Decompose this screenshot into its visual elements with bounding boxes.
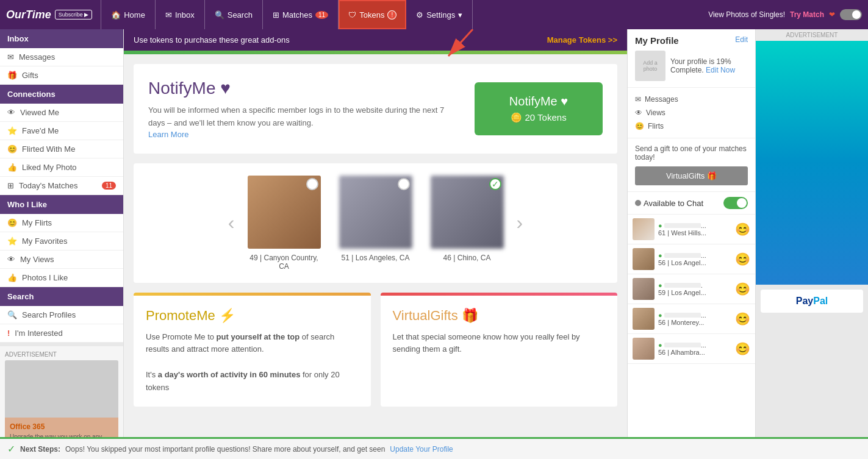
sidebar-gifts-label: Gifts xyxy=(22,71,38,80)
profile-card-2: 51 | Los Angeles, CA xyxy=(336,176,415,271)
notify-me-btn-tokens: 🪙 20 Tokens xyxy=(511,112,566,123)
profile-info-1: 49 | Canyon Country, CA xyxy=(245,254,324,271)
nav-item-inbox[interactable]: ✉ Inbox xyxy=(156,0,205,29)
flirt-btn-4[interactable]: 😊 xyxy=(735,311,750,326)
nav-items: 🏠 Home ✉ Inbox 🔍 Search ⊞ Matches 11 🛡 T… xyxy=(101,0,473,29)
ad-right-content xyxy=(756,41,868,285)
chat-user-2: ● ... 56 | Los Angel... 😊 xyxy=(628,244,755,274)
sidebar-item-my-flirts[interactable]: 😊 My Flirts xyxy=(0,214,123,232)
paypal-logo: PayPal xyxy=(796,296,828,306)
msg-link-icon: ✉ xyxy=(635,95,641,104)
sidebar-section-header-who-i-like: Who I Like xyxy=(0,195,123,214)
sidebar-liked-label: Liked My Photo xyxy=(22,163,77,172)
flirt-btn-2[interactable]: 😊 xyxy=(735,252,750,266)
try-match-link[interactable]: Try Match xyxy=(790,10,824,19)
profile-photo-placeholder[interactable]: Add a photo xyxy=(635,51,665,81)
virtual-gifts-desc: Let that special someone know how you re… xyxy=(393,331,606,357)
notify-me-button[interactable]: NotifyMe ♥ 🪙 20 Tokens xyxy=(475,82,603,135)
nav-tokens-label: Tokens xyxy=(359,10,384,20)
chat-user-photo-5 xyxy=(633,338,655,360)
notify-me-addon: NotifyMe ♥ You will be informed when a s… xyxy=(134,64,617,154)
profile-link-views[interactable]: 👁 Views xyxy=(635,106,748,119)
nav-item-settings[interactable]: ⚙ Settings ▾ xyxy=(406,0,473,29)
tokens-icon: 🛡 xyxy=(348,10,356,20)
search-profiles-icon: 🔍 xyxy=(7,310,17,319)
flirt-btn-3[interactable]: 😊 xyxy=(735,282,750,296)
subscribe-button[interactable]: Subscribe ▶ xyxy=(55,10,93,20)
promote-me-desc: Use Promote Me to put yourself at the to… xyxy=(146,331,359,394)
profile-link-messages[interactable]: ✉ Messages xyxy=(635,93,748,106)
sidebar-item-messages[interactable]: ✉ Messages xyxy=(0,48,123,66)
carousel-profiles: 49 | Canyon Country, CA 51 | Los Angeles… xyxy=(245,176,507,271)
messages-icon: ✉ xyxy=(7,52,14,62)
sidebar-item-im-interested[interactable]: ! I'm Interested xyxy=(0,324,123,343)
manage-tokens-link[interactable]: Manage Tokens >> xyxy=(547,35,617,44)
eye-icon: 👁 xyxy=(7,108,15,117)
bottom-addons: PromoteMe ⚡ Use Promote Me to put yourse… xyxy=(134,293,617,407)
edit-profile-link[interactable]: Edit xyxy=(735,35,748,44)
sidebar-item-gifts[interactable]: 🎁 Gifts xyxy=(0,66,123,85)
matches-icon: ⊞ xyxy=(273,10,279,20)
nav-home-label: Home xyxy=(124,10,145,20)
profile-radio-2[interactable] xyxy=(398,178,410,190)
notify-me-cta: NotifyMe ♥ 🪙 20 Tokens xyxy=(475,82,603,135)
heart-icon: ❤ xyxy=(829,10,835,19)
chat-user-photo-4 xyxy=(633,308,655,330)
tokens-badge: ! xyxy=(387,10,396,20)
sidebar-flirted-label: Flirted With Me xyxy=(22,144,75,154)
chat-user-info-3: ● . 59 | Los Angel... xyxy=(658,282,731,296)
sidebar-item-faved-me[interactable]: ⭐ Fave'd Me xyxy=(0,122,123,140)
sidebar-item-my-views[interactable]: 👁 My Views xyxy=(0,251,123,269)
flirt-btn-5[interactable]: 😊 xyxy=(735,341,750,356)
available-chat-row: Available to Chat xyxy=(628,192,755,215)
nav-matches-label: Matches xyxy=(282,10,312,20)
available-chat-toggle[interactable] xyxy=(723,197,748,209)
photos-like-icon: 👍 xyxy=(7,273,17,282)
views-icon: 👁 xyxy=(7,255,15,264)
nav-search-label: Search xyxy=(228,10,253,20)
sidebar-item-viewed-me[interactable]: 👁 Viewed Me xyxy=(0,104,123,122)
my-profile-title: My Profile xyxy=(635,35,679,46)
nav-item-matches[interactable]: ⊞ Matches 11 xyxy=(263,0,339,29)
main-content: Use tokens to purchase these great add-o… xyxy=(124,29,627,437)
promote-me-addon: PromoteMe ⚡ Use Promote Me to put yourse… xyxy=(134,293,371,407)
chat-user-photo-3 xyxy=(633,278,655,300)
sidebar-item-search-profiles[interactable]: 🔍 Search Profiles xyxy=(0,306,123,324)
virtual-gifts-title: VirtualGifts 🎁 xyxy=(393,308,606,324)
learn-more-link[interactable]: Learn More xyxy=(148,130,188,139)
carousel-prev[interactable]: ‹ xyxy=(228,212,235,234)
profile-radio-3[interactable]: ✓ xyxy=(489,178,501,190)
nav-item-search[interactable]: 🔍 Search xyxy=(205,0,263,29)
flirt-btn-1[interactable]: 😊 xyxy=(735,222,750,237)
profile-radio-1[interactable] xyxy=(306,178,318,190)
chat-user-info-4: ● ... 56 | Monterey... xyxy=(658,311,731,326)
chat-user-info-2: ● ... 56 | Los Angel... xyxy=(658,252,731,266)
edit-now-link[interactable]: Edit Now xyxy=(706,66,735,74)
right-panel: My Profile Edit Add a photo Your profile… xyxy=(627,29,755,437)
virtual-gifts-addon: VirtualGifts 🎁 Let that special someone … xyxy=(381,293,618,407)
sidebar-item-my-favorites[interactable]: ⭐ My Favorites xyxy=(0,232,123,251)
nav-right: View Photos of Singles! Try Match ❤ xyxy=(708,9,862,20)
sidebar-ad-section: ADVERTISEMENT Office 365 Upgrade the way… xyxy=(0,346,123,437)
notify-me-info: NotifyMe ♥ You will be informed when a s… xyxy=(148,79,460,139)
sidebar-item-todays-matches[interactable]: ⊞ Today's Matches 11 xyxy=(0,177,123,195)
sidebar-photos-like-label: Photos I Like xyxy=(22,273,68,282)
profile-complete-info: Your profile is 19% Complete. Edit Now xyxy=(670,57,748,74)
sidebar-item-photos-i-like[interactable]: 👍 Photos I Like xyxy=(0,269,123,287)
sidebar-item-liked-photo[interactable]: 👍 Liked My Photo xyxy=(0,158,123,177)
profile-link-flirts[interactable]: 😊 Flirts xyxy=(635,119,748,133)
sidebar-item-flirted-me[interactable]: 😊 Flirted With Me xyxy=(0,140,123,158)
sidebar-messages-label: Messages xyxy=(19,52,55,62)
virtual-gifts-button[interactable]: VirtualGifts 🎁 xyxy=(635,166,748,185)
nav-item-home[interactable]: 🏠 Home xyxy=(101,0,156,29)
ad-right-panel: ADVERTISEMENT PayPal xyxy=(755,29,868,437)
ad-paypal-section: PayPal xyxy=(761,290,863,313)
sidebar-viewed-label: Viewed Me xyxy=(20,108,59,117)
favorites-icon: ⭐ xyxy=(7,237,17,246)
sidebar-section-header-search: Search xyxy=(0,287,123,306)
carousel-next[interactable]: › xyxy=(517,212,523,234)
inbox-icon: ✉ xyxy=(165,10,172,20)
toggle-match[interactable] xyxy=(840,9,862,20)
chat-user-photo-1 xyxy=(633,218,655,240)
nav-item-tokens[interactable]: 🛡 Tokens ! xyxy=(339,0,406,29)
